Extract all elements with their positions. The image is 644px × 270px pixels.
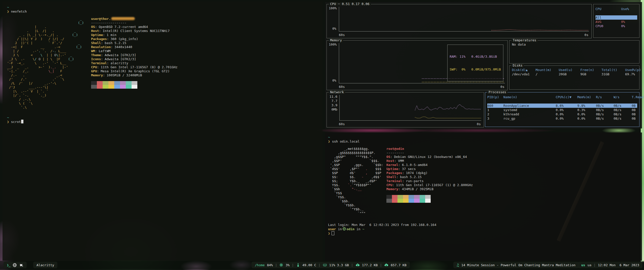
typed-command: scrot — [11, 120, 21, 124]
text-cursor — [21, 120, 23, 123]
download-cloud-icon — [384, 263, 388, 267]
last-login-line: Last login: Mon Mar 6 12:02:31 2023 from… — [328, 223, 436, 227]
clock-pill: us ua | 12:02 Mon 6 Mar 2023 — [578, 262, 642, 268]
keyboard-layout-active: us — [581, 263, 585, 267]
app-name: Alacritty — [36, 263, 54, 267]
memory-panel-title: Memory — [329, 38, 343, 42]
cpu-graph — [339, 7, 589, 31]
cpu-y-max: 100% — [329, 6, 337, 10]
separator-line: --------- — [386, 151, 473, 155]
system-info-list: OSOpenBSD 7.2-current amd64HostIntel(R) … — [91, 25, 178, 77]
network-download: 657.7 KB — [391, 263, 407, 267]
system-stats-pill: /home84% | 3% | 49.00 C | 11% 3.3 GB | 1… — [252, 262, 410, 268]
thermometer-icon — [296, 263, 300, 267]
processes-panel[interactable]: Processes PID(p)Name(n)CPU%(c)▼Mem%(m)R/… — [485, 92, 639, 127]
cpu-legend-rows[interactable]: AllAVG0%CPU00% — [595, 15, 637, 28]
disks-rows[interactable]: /dev/vda1/20GB9GB31GB69.7%0B/s — [512, 72, 637, 76]
neofetch-output: _ (_) | . . |L /| . _ _ . |\ _| \--+._/|… — [7, 17, 323, 110]
status-bar: Alacritty /home84% | 3% | 49.00 C | 11% … — [0, 261, 644, 269]
cpu-usage: 3% — [286, 263, 290, 267]
globe-icon[interactable] — [13, 263, 17, 267]
cpu-x-left: 60s — [339, 33, 345, 37]
disks-panel-title: Disks — [511, 63, 524, 67]
cpu-panel[interactable]: CPU0.51 0.17 0.06 100% 0% 60s 0s — [327, 4, 592, 38]
network-graph — [339, 95, 481, 121]
memory-x-left: 60s — [339, 85, 345, 89]
memory-panel[interactable]: Memory 100% 0% RAM: 11% 0.4GiB/3.8GiB SW… — [327, 40, 508, 90]
system-info-list: OSDebian GNU/Linux 12 (bookworm) x86_64H… — [386, 155, 473, 191]
terminal-icon[interactable] — [7, 263, 10, 267]
memory-x-right: 0s — [500, 85, 504, 89]
prompt-line: ❯ neofetch — [7, 9, 323, 14]
ssh-host-globe-icon — [342, 227, 346, 231]
network-x-right: 0s — [477, 122, 481, 126]
prompt-symbol: ❯ — [7, 120, 9, 124]
debian-ascii-art: _,met$$$$$gg. ,g$$$$$$$$$$$$$$$P. ,g$$P"… — [330, 147, 383, 215]
memory-legend: RAM: 11% 0.4GiB/3.8GiB SWP: 0% 0.0MiB/97… — [447, 45, 504, 81]
focused-app-pill[interactable]: Alacritty — [33, 262, 57, 268]
now-playing-title: 14 Minute Session - Powerful Om Chanting… — [461, 263, 576, 267]
openbsd-ascii-art: _ (_) | . . |L /| . _ _ . |\ _| \--+._/|… — [7, 17, 88, 110]
redacted-hostname — [111, 17, 135, 20]
prompt-symbol: ❯ — [328, 231, 330, 235]
prompt-line: ❯ ssh odin.local — [328, 139, 642, 144]
cwd-line: ~ — [328, 135, 642, 139]
network-y-axis: 11.67.73.90Mb — [329, 94, 337, 112]
cpu-y-min: 0% — [332, 27, 336, 30]
shell-prompt: Last login: Mon Mar 6 12:02:31 2023 from… — [328, 223, 436, 235]
prompt-symbol: ❯ — [7, 10, 9, 13]
network-panel-title: Network — [329, 90, 345, 94]
user-host-title: user@thor. — [91, 17, 178, 21]
cwd-line: ~ — [7, 5, 323, 9]
temperatures-panel[interactable]: Temperatures No data — [509, 40, 639, 63]
separator-line: ------------------ — [91, 21, 178, 25]
memory-icon — [323, 263, 327, 267]
ram-legend: RAM: 11% 0.4GiB/3.8GiB — [450, 54, 501, 59]
network-panel[interactable]: Network 11.67.73.90Mb 60s 0s — [327, 92, 484, 127]
neofetch-output: _,met$$$$$gg. ,g$$$$$$$$$$$$$$$P. ,g$$P"… — [328, 147, 642, 215]
memory-y-min: 0% — [332, 79, 336, 82]
terminal-color-palette — [91, 81, 178, 89]
launcher-pill[interactable] — [4, 262, 27, 268]
cpu-legend-panel[interactable]: CPUUse% AllAVG0%CPU00% — [593, 4, 639, 38]
keyboard-layout-alt: ua — [587, 263, 591, 267]
cpu-chip-icon — [279, 263, 283, 267]
terminal-color-palette — [386, 195, 473, 202]
load-average: 0.51 0.17 0.06 — [336, 2, 369, 6]
cpu-legend-header: CPUUse% — [595, 7, 637, 11]
cpu-temperature: 49.00 C — [302, 263, 316, 267]
memory-y-max: 100% — [329, 43, 337, 46]
cpu-x-right: 0s — [584, 33, 588, 37]
no-data-text: No data — [512, 43, 637, 46]
network-upload: 177.2 KB — [362, 263, 378, 267]
disks-header: Disk(d)▲Mount(m)Used(u)Free(n)Total(t)Us… — [512, 68, 637, 72]
clock: 12:02 Mon 6 Mar 2023 — [598, 263, 639, 267]
command-text: neofetch — [11, 10, 27, 13]
desktop: ~ ❯ neofetch _ (_) | . . |L /| . _ _ . |… — [0, 0, 644, 270]
now-playing-pill[interactable]: 14 Minute Session - Powerful Om Chanting… — [453, 262, 579, 268]
terminal-window-thor[interactable]: ~ ❯ neofetch _ (_) | . . |L /| . _ _ . |… — [3, 2, 323, 261]
temperatures-panel-title: Temperatures — [511, 38, 538, 42]
command-text: ssh odin.local — [332, 140, 360, 143]
processes-header[interactable]: PID(p)Name(n)CPU%(c)▼Mem%(m)R/sW/sT.Read — [487, 95, 637, 99]
text-cursor — [332, 231, 334, 235]
user-context-line: user inodin in ~ — [328, 227, 436, 231]
user-host-title: root@odin — [386, 147, 473, 151]
shell-prompt: ~ ❯ scrot — [7, 115, 23, 124]
terminal-window-odin-ssh[interactable]: ~ ❯ ssh odin.local _,met$$$$$gg. ,g$$$$$… — [325, 132, 642, 261]
swap-legend: SWP: 0% 0.0MiB/975.0MiB — [450, 67, 501, 72]
neofetch-info: user@thor. ------------------ OSOpenBSD … — [91, 17, 178, 110]
system-monitor-window[interactable]: CPU0.51 0.17 0.06 100% 0% 60s 0s CPUUse%… — [325, 2, 642, 128]
music-note-icon — [457, 263, 459, 267]
home-partition-label: /home — [255, 263, 265, 267]
cat-icon[interactable] — [19, 263, 23, 267]
upload-cloud-icon — [355, 263, 360, 267]
disks-panel[interactable]: Disks Disk(d)▲Mount(m)Used(u)Free(n)Tota… — [509, 65, 639, 90]
memory-usage: 11% 3.3 GB — [329, 263, 349, 267]
home-usage: 84% — [267, 263, 273, 267]
neofetch-info: root@odin --------- OSDebian GNU/Linux 1… — [386, 147, 473, 215]
cpu-panel-title: CPU0.51 0.17 0.06 — [329, 2, 371, 6]
processes-panel-title: Processes — [487, 90, 507, 94]
network-x-left: 60s — [339, 122, 345, 126]
processes-rows[interactable]: 460RoonAppliance8.6%9.8%0B/s0B/s0B1syste… — [487, 104, 637, 121]
